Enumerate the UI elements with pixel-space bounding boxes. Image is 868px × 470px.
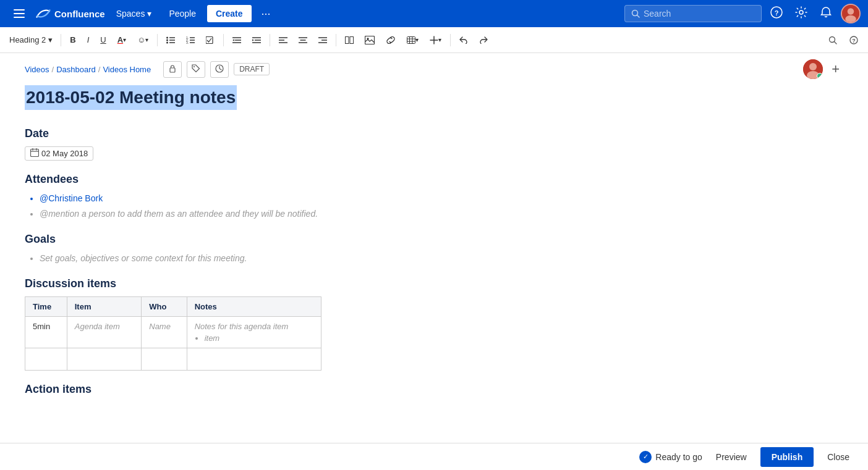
table-row: 5min Agenda item Name Notes for this age… (25, 317, 321, 348)
breadcrumb-videos[interactable]: Videos (25, 65, 49, 74)
user-avatar[interactable] (841, 4, 861, 23)
confluence-logo[interactable]: Confluence (36, 6, 105, 21)
bottom-bar: ✓ Ready to go Preview Publish Close (0, 443, 868, 470)
goals-list: Set goals, objectives or some context fo… (25, 252, 843, 265)
cell-who-1[interactable]: Name (142, 317, 187, 348)
align-right-icon (318, 36, 327, 44)
page-history-button[interactable] (210, 61, 229, 78)
breadcrumb-videos-home[interactable]: Videos Home (103, 65, 151, 74)
action-items-section: Action items (25, 383, 843, 396)
spaces-menu-button[interactable]: Spaces ▾ (110, 5, 158, 22)
emoji-button[interactable]: ☺ ▾ (132, 31, 153, 48)
date-heading: Date (25, 127, 843, 140)
redo-icon (479, 36, 488, 44)
cell-item-1[interactable]: Agenda item (67, 317, 142, 348)
hamburger-menu-button[interactable] (7, 6, 31, 22)
toolbar-search-button[interactable] (823, 32, 842, 48)
unordered-list-button[interactable] (161, 33, 180, 48)
indent-button[interactable] (247, 33, 266, 48)
toolbar-help-button[interactable]: ? (845, 32, 863, 48)
insert-link-button[interactable] (381, 33, 401, 48)
insert-table-button[interactable]: ▾ (402, 33, 423, 48)
date-section: Date 02 May 2018 (25, 127, 843, 161)
more-nav-button[interactable]: ··· (257, 5, 276, 23)
toolbar-divider-5 (336, 34, 336, 46)
header-actions: DRAFT (163, 61, 270, 78)
insert-image-button[interactable] (360, 32, 380, 48)
page-restrictions-button[interactable] (163, 61, 182, 78)
page-history-icon (215, 64, 224, 73)
align-center-button[interactable] (294, 33, 312, 48)
create-button[interactable]: Create (207, 5, 252, 22)
align-right-button[interactable] (313, 33, 332, 48)
people-menu-button[interactable]: People (163, 5, 202, 22)
add-collaborator-button[interactable]: + (828, 60, 843, 78)
task-list-button[interactable] (201, 33, 219, 48)
emoji-icon: ☺ (137, 35, 145, 44)
date-pill[interactable]: 02 May 2018 (25, 146, 93, 161)
settings-button[interactable] (791, 2, 811, 25)
page-layout-button[interactable] (340, 33, 359, 48)
indent-icon (252, 36, 261, 44)
cell-notes-1[interactable]: Notes for this agenda item item (187, 317, 321, 348)
svg-rect-60 (31, 149, 39, 157)
svg-line-4 (637, 15, 640, 18)
cell-item-2[interactable] (67, 348, 142, 371)
attendee-placeholder: @mention a person to add them as an atte… (40, 208, 843, 220)
svg-rect-54 (170, 68, 175, 72)
date-row: 02 May 2018 (25, 146, 843, 161)
labels-button[interactable] (187, 61, 205, 78)
svg-point-10 (845, 15, 856, 23)
redo-button[interactable] (474, 33, 493, 48)
more-icon: ··· (262, 7, 271, 20)
bold-button[interactable]: B (65, 31, 80, 48)
heading-chevron-icon: ▾ (48, 35, 53, 44)
breadcrumb: Videos / Dashboard / Videos Home (25, 65, 151, 74)
underline-button[interactable]: U (95, 31, 111, 48)
discussion-table: Time Item Who Notes 5min Agenda item Nam… (25, 296, 321, 371)
svg-point-11 (166, 36, 168, 38)
goals-placeholder: Set goals, objectives or some context fo… (40, 252, 843, 265)
search-box[interactable] (624, 5, 762, 22)
attendee-mention[interactable]: @Christine Bork (40, 192, 843, 205)
svg-point-15 (166, 41, 168, 43)
text-color-button[interactable]: A ▾ (113, 31, 131, 48)
heading-select[interactable]: Heading 2 ▾ (5, 32, 57, 48)
top-navigation: Confluence Spaces ▾ People Create ··· ? (0, 0, 868, 27)
undo-button[interactable] (454, 33, 473, 48)
outdent-button[interactable] (228, 33, 246, 48)
attendees-section: Attendees @Christine Bork @mention a per… (25, 173, 843, 220)
task-list-icon (206, 36, 215, 44)
attendees-list: @Christine Bork @mention a person to add… (25, 192, 843, 220)
spaces-label: Spaces (116, 9, 145, 19)
svg-point-9 (848, 8, 854, 15)
insert-more-button[interactable]: ▾ (425, 32, 446, 48)
goals-section: Goals Set goals, objectives or some cont… (25, 233, 843, 265)
toolbar-divider-3 (223, 34, 224, 46)
notifications-button[interactable] (816, 2, 836, 25)
ordered-list-button[interactable]: 1.2.3. (181, 33, 200, 48)
svg-text:?: ? (775, 9, 779, 17)
col-notes: Notes (187, 297, 321, 317)
cell-who-2[interactable] (142, 348, 187, 371)
unordered-list-icon (166, 36, 175, 44)
ready-check-icon: ✓ (639, 451, 652, 463)
help-button[interactable]: ? (767, 2, 786, 25)
publish-button[interactable]: Publish (760, 447, 814, 467)
page-title[interactable]: 2018-05-02 Meeting notes (25, 85, 237, 110)
svg-point-55 (194, 66, 195, 67)
color-chevron-icon: ▾ (123, 36, 126, 43)
search-input[interactable] (644, 9, 755, 19)
preview-button[interactable]: Preview (710, 448, 753, 466)
svg-text:?: ? (852, 38, 856, 44)
cell-notes-2[interactable] (187, 348, 321, 371)
breadcrumb-dashboard[interactable]: Dashboard (56, 65, 96, 74)
close-button[interactable]: Close (821, 448, 856, 466)
svg-point-7 (799, 10, 803, 14)
italic-button[interactable]: I (82, 31, 95, 48)
cell-time-2[interactable] (25, 348, 67, 371)
collaborator-avatar[interactable] (803, 59, 823, 79)
page-layout-icon (345, 36, 354, 44)
cell-time-1[interactable]: 5min (25, 317, 67, 348)
align-left-button[interactable] (274, 33, 292, 48)
